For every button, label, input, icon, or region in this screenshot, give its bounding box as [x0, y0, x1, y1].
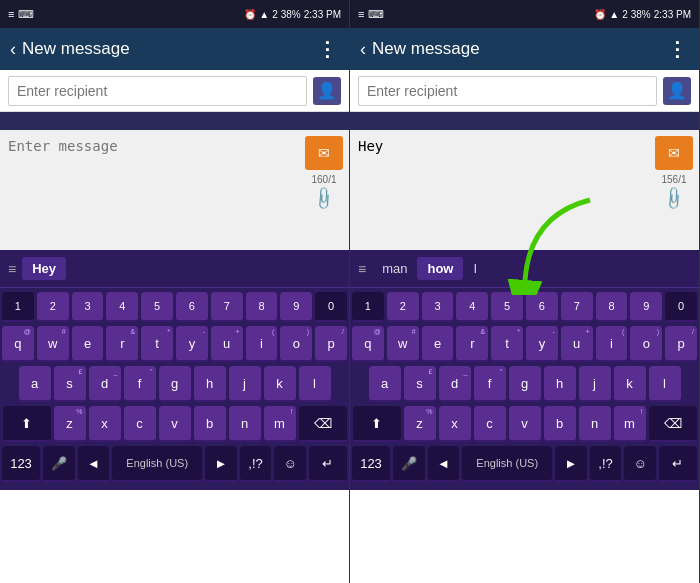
- key-emoji-left[interactable]: ☺: [274, 446, 306, 482]
- key-e-left[interactable]: e: [72, 326, 104, 362]
- key-shift-left[interactable]: ⬆: [3, 406, 51, 442]
- key-t-left[interactable]: *t: [141, 326, 173, 362]
- key-h-left[interactable]: h: [194, 366, 226, 402]
- key-x-left[interactable]: x: [89, 406, 121, 442]
- contact-picker-right[interactable]: 👤: [663, 77, 691, 105]
- key-backspace-right[interactable]: ⌫: [649, 406, 697, 442]
- key-4-right[interactable]: 4: [456, 292, 488, 322]
- key-u-left[interactable]: +u: [211, 326, 243, 362]
- attach-icon-left[interactable]: 📎: [310, 185, 338, 213]
- back-button-right[interactable]: ‹: [360, 39, 366, 60]
- key-2-left[interactable]: 2: [37, 292, 69, 322]
- key-l-left[interactable]: l: [299, 366, 331, 402]
- key-space-left[interactable]: English (US): [112, 446, 202, 482]
- key-6-left[interactable]: 6: [176, 292, 208, 322]
- key-a-left[interactable]: a: [19, 366, 51, 402]
- key-d-right[interactable]: _d: [439, 366, 471, 402]
- key-s-left[interactable]: £s: [54, 366, 86, 402]
- key-1-left[interactable]: 1: [2, 292, 34, 322]
- key-g-right[interactable]: g: [509, 366, 541, 402]
- key-m-right[interactable]: !m: [614, 406, 646, 442]
- key-r-right[interactable]: &r: [456, 326, 488, 362]
- key-5-right[interactable]: 5: [491, 292, 523, 322]
- key-e-right[interactable]: e: [422, 326, 454, 362]
- key-q-left[interactable]: @q: [2, 326, 34, 362]
- key-emoji-right[interactable]: ☺: [624, 446, 656, 482]
- key-shift-right[interactable]: ⬆: [353, 406, 401, 442]
- key-j-right[interactable]: j: [579, 366, 611, 402]
- key-7-left[interactable]: 7: [211, 292, 243, 322]
- key-123-left[interactable]: 123: [2, 446, 40, 482]
- send-button-right[interactable]: ✉: [655, 136, 693, 170]
- key-b-right[interactable]: b: [544, 406, 576, 442]
- more-button-left[interactable]: ⋮: [317, 37, 339, 61]
- key-c-left[interactable]: c: [124, 406, 156, 442]
- key-v-left[interactable]: v: [159, 406, 191, 442]
- key-5-left[interactable]: 5: [141, 292, 173, 322]
- key-backspace-left[interactable]: ⌫: [299, 406, 347, 442]
- key-w-left[interactable]: #w: [37, 326, 69, 362]
- key-enter-left[interactable]: ↵: [309, 446, 347, 482]
- key-3-left[interactable]: 3: [72, 292, 104, 322]
- key-comma-left[interactable]: ,!?: [240, 446, 272, 482]
- key-k-right[interactable]: k: [614, 366, 646, 402]
- key-9-left[interactable]: 9: [280, 292, 312, 322]
- key-c-right[interactable]: c: [474, 406, 506, 442]
- back-button-left[interactable]: ‹: [10, 39, 16, 60]
- key-o-left[interactable]: )o: [280, 326, 312, 362]
- key-0-right[interactable]: 0: [665, 292, 697, 322]
- suggestion-hey-left[interactable]: Hey: [22, 257, 66, 280]
- key-a-right[interactable]: a: [369, 366, 401, 402]
- key-0-left[interactable]: 0: [315, 292, 347, 322]
- message-input-right[interactable]: Hey: [358, 138, 641, 242]
- key-8-left[interactable]: 8: [246, 292, 278, 322]
- key-t-right[interactable]: *t: [491, 326, 523, 362]
- key-f-right[interactable]: "f: [474, 366, 506, 402]
- key-l-right[interactable]: l: [649, 366, 681, 402]
- key-b-left[interactable]: b: [194, 406, 226, 442]
- key-y-left[interactable]: -y: [176, 326, 208, 362]
- key-p-left[interactable]: /p: [315, 326, 347, 362]
- key-mic-left[interactable]: 🎤: [43, 446, 75, 482]
- key-comma-right[interactable]: ,!?: [590, 446, 622, 482]
- key-i-left[interactable]: (i: [246, 326, 278, 362]
- key-m-left[interactable]: !m: [264, 406, 296, 442]
- suggestion-man-right[interactable]: man: [372, 257, 417, 280]
- key-1-right[interactable]: 1: [352, 292, 384, 322]
- recipient-input-left[interactable]: [8, 76, 307, 106]
- key-i-right[interactable]: (i: [596, 326, 628, 362]
- key-w-right[interactable]: #w: [387, 326, 419, 362]
- key-enter-right[interactable]: ↵: [659, 446, 697, 482]
- key-n-right[interactable]: n: [579, 406, 611, 442]
- key-prev-left[interactable]: ◄: [78, 446, 110, 482]
- key-k-left[interactable]: k: [264, 366, 296, 402]
- key-9-right[interactable]: 9: [630, 292, 662, 322]
- key-8-right[interactable]: 8: [596, 292, 628, 322]
- key-z-right[interactable]: %z: [404, 406, 436, 442]
- key-v-right[interactable]: v: [509, 406, 541, 442]
- key-y-right[interactable]: -y: [526, 326, 558, 362]
- key-space-right[interactable]: English (US): [462, 446, 552, 482]
- key-g-left[interactable]: g: [159, 366, 191, 402]
- more-button-right[interactable]: ⋮: [667, 37, 689, 61]
- suggestion-how-right[interactable]: how: [417, 257, 463, 280]
- key-7-right[interactable]: 7: [561, 292, 593, 322]
- key-f-left[interactable]: "f: [124, 366, 156, 402]
- attach-icon-right[interactable]: 📎: [660, 185, 688, 213]
- suggestion-i-right[interactable]: I: [463, 257, 487, 280]
- key-next-left[interactable]: ►: [205, 446, 237, 482]
- send-button-left[interactable]: ✉: [305, 136, 343, 170]
- key-123-right[interactable]: 123: [352, 446, 390, 482]
- key-n-left[interactable]: n: [229, 406, 261, 442]
- key-4-left[interactable]: 4: [106, 292, 138, 322]
- message-input-left[interactable]: [8, 138, 291, 242]
- key-o-right[interactable]: )o: [630, 326, 662, 362]
- key-6-right[interactable]: 6: [526, 292, 558, 322]
- key-mic-right[interactable]: 🎤: [393, 446, 425, 482]
- key-r-left[interactable]: &r: [106, 326, 138, 362]
- key-x-right[interactable]: x: [439, 406, 471, 442]
- key-2-right[interactable]: 2: [387, 292, 419, 322]
- key-q-right[interactable]: @q: [352, 326, 384, 362]
- key-j-left[interactable]: j: [229, 366, 261, 402]
- key-z-left[interactable]: %z: [54, 406, 86, 442]
